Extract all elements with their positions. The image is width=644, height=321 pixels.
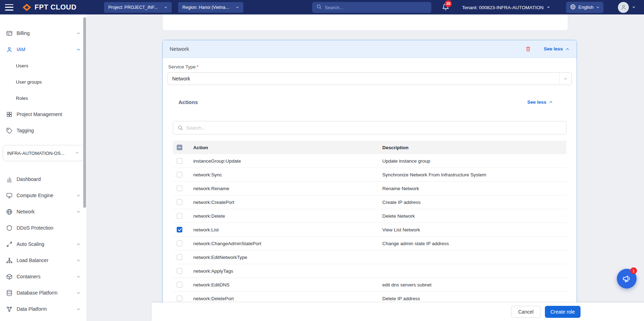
actions-search-input[interactable] (186, 125, 562, 131)
user-menu[interactable] (618, 2, 636, 13)
project-management-icon (6, 111, 13, 118)
sidebar-item-iam[interactable]: IAM (0, 41, 86, 57)
sidebar-item-database-platform[interactable]: Database Platform (0, 285, 86, 301)
delete-card-button[interactable] (525, 46, 531, 52)
actions-section: Actions See less Action Description (173, 98, 566, 305)
table-row[interactable]: network:EditDNS edit dns servers subnet (173, 278, 566, 292)
table-row[interactable]: network:Rename Rename Network (173, 182, 566, 195)
action-cell: network:EditNetworkType (193, 255, 382, 260)
chevron-down-icon (559, 73, 571, 85)
sidebar-item-tagging[interactable]: Tagging (0, 122, 86, 139)
row-checkbox[interactable] (177, 282, 182, 287)
sidebar-item-billing[interactable]: Billing (0, 25, 86, 41)
row-checkbox[interactable] (177, 241, 182, 246)
row-checkbox[interactable] (177, 186, 182, 191)
row-checkbox[interactable] (177, 199, 182, 205)
sidebar-item-label: DDoS Protection (17, 225, 81, 231)
service-type-label: Service Type* (168, 64, 572, 69)
network-globe-icon (6, 208, 13, 215)
sidebar-item-dashboard[interactable]: Dashboard (0, 171, 86, 187)
globe-icon (570, 4, 576, 11)
global-search-input[interactable] (325, 5, 427, 10)
select-all-checkbox[interactable] (177, 145, 182, 150)
sidebar-item-label: Network (17, 209, 72, 214)
top-navigation-bar: FPT CLOUD Project: PROJECT_INF... Region… (0, 0, 644, 14)
fpt-cloud-logo: FPT CLOUD (22, 3, 77, 12)
sidebar-item-users[interactable]: Users (0, 57, 86, 74)
billing-icon (6, 30, 13, 37)
chevron-down-icon (76, 210, 81, 214)
sidebar-item-network[interactable]: Network (0, 204, 86, 220)
table-row[interactable]: network:CreatePort Create IP address (173, 195, 566, 209)
iam-icon (6, 46, 13, 53)
sidebar-item-containers[interactable]: Containers (0, 268, 86, 285)
row-checkbox[interactable] (177, 268, 182, 274)
action-cell: network:Rename (193, 186, 382, 191)
see-less-label: See less (544, 46, 563, 52)
row-checkbox[interactable] (177, 254, 182, 260)
action-cell: network:EditDNS (193, 282, 382, 287)
chevron-down-icon (547, 6, 550, 9)
sidebar-item-label: Billing (17, 30, 72, 36)
column-header-action: Action (193, 145, 382, 150)
sidebar-item-data-platform[interactable]: Data Platform (0, 301, 86, 317)
sidebar-scrollbar[interactable] (83, 17, 86, 208)
search-icon (177, 125, 183, 131)
sidebar-item-compute-engine[interactable]: Compute Engine (0, 187, 86, 204)
table-row[interactable]: network:ApplyTags (173, 264, 566, 278)
action-cell: network:ChangeAdminStatePort (193, 241, 382, 246)
actions-see-less-toggle[interactable]: See less (527, 99, 553, 105)
description-cell: Rename Network (382, 186, 566, 191)
sidebar-item-label: User groups (16, 79, 81, 85)
compute-engine-icon (6, 192, 13, 199)
sidebar-item-label: Dashboard (17, 176, 81, 182)
row-checkbox[interactable] (177, 158, 182, 164)
chevron-down-icon (76, 291, 81, 295)
sidebar-item-ddos-protection[interactable]: DDoS Protection (0, 220, 86, 236)
hamburger-icon[interactable] (5, 4, 13, 11)
action-cell: network:ApplyTags (193, 268, 382, 274)
table-row[interactable]: network:Sync Synchronize Network From In… (173, 168, 566, 182)
create-role-button[interactable]: Create role (545, 306, 581, 318)
table-row[interactable]: network:EditNetworkType (173, 250, 566, 264)
project-dropdown-label: Project: PROJECT_INF... (108, 5, 158, 10)
row-checkbox[interactable] (177, 296, 182, 301)
sidebar-item-project-management[interactable]: Project Management (0, 106, 86, 122)
sidebar-item-auto-scaling[interactable]: Auto Scaling (0, 236, 86, 252)
global-search (312, 2, 431, 13)
previous-card-bottom (162, 14, 568, 31)
chevron-down-icon (76, 258, 81, 263)
table-row[interactable]: network:List View List Network (173, 223, 566, 237)
form-action-bar: Cancel Create role (152, 303, 644, 321)
announcements-fab[interactable]: 1 (617, 269, 637, 289)
table-row[interactable]: instanceGroup:Update Update instance gro… (173, 154, 566, 168)
sidebar-item-load-balancer[interactable]: Load Balancer (0, 252, 86, 268)
card-see-less-toggle[interactable]: See less (544, 46, 570, 52)
sidebar: Billing IAM Users User groups Roles Proj… (0, 14, 86, 321)
network-service-card: Network See less Service Type* Network A… (162, 40, 577, 321)
language-label: English (578, 5, 594, 10)
notifications-button[interactable]: 35 (442, 3, 450, 12)
sidebar-item-label: Data Platform (17, 306, 72, 312)
required-asterisk: * (197, 64, 199, 69)
sidebar-item-roles[interactable]: Roles (0, 90, 86, 106)
service-type-select[interactable]: Network (168, 72, 572, 85)
containers-icon (6, 273, 13, 280)
action-cell: network:DeletePort (193, 296, 382, 301)
row-checkbox[interactable] (177, 172, 182, 177)
sidebar-item-user-groups[interactable]: User groups (0, 74, 86, 90)
table-header-row: Action Description (173, 141, 566, 154)
chevron-down-icon (76, 307, 81, 311)
row-checkbox[interactable] (177, 213, 182, 219)
actions-search (173, 121, 566, 134)
language-dropdown[interactable]: English (566, 2, 603, 13)
table-row[interactable]: network:Delete Delete Network (173, 209, 566, 223)
row-checkbox[interactable] (177, 227, 182, 232)
cancel-button[interactable]: Cancel (511, 306, 541, 318)
table-row[interactable]: network:ChangeAdminStatePort Change admi… (173, 237, 566, 250)
project-selector-dropdown[interactable]: INFRA-AUTOMATION-OS... (3, 145, 84, 161)
project-dropdown[interactable]: Project: PROJECT_INF... (104, 2, 172, 13)
tenant-dropdown[interactable]: Tenant: 000823-INFRA-AUTOMATION (462, 5, 550, 10)
load-balancer-icon (6, 257, 13, 264)
region-dropdown[interactable]: Region: Hanoi (Vietna... (178, 2, 243, 13)
